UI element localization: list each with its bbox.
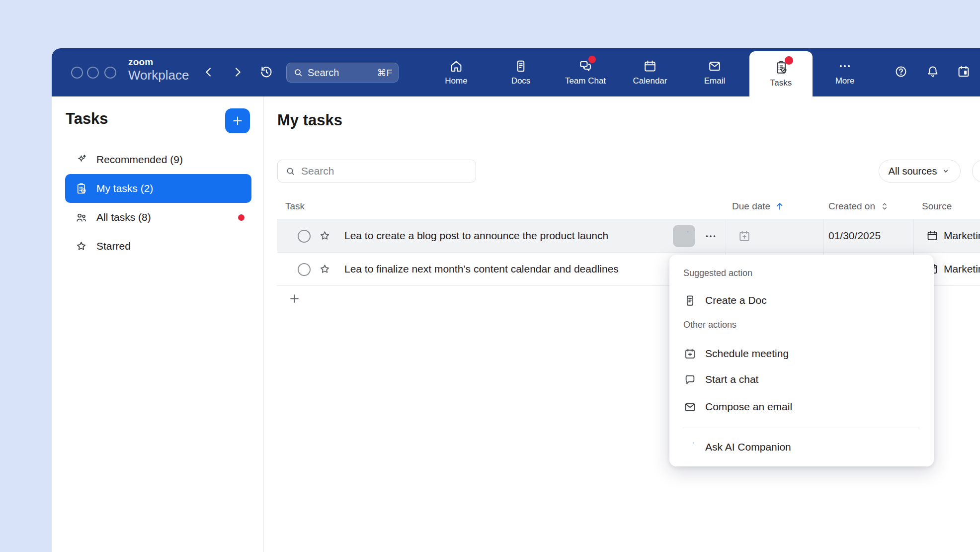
sources-filter-dropdown[interactable]: All sources [879,160,961,183]
notifications-icon[interactable] [925,64,940,79]
menu-divider [683,428,920,428]
sidebar-item-recommended[interactable]: Recommended (9) [65,145,251,174]
search-shortcut: ⌘F [377,67,392,79]
menu-item-create-doc[interactable]: Create a Doc [683,288,920,312]
nav-item-home[interactable]: Home [424,48,489,96]
source-calendar-icon [926,229,939,242]
source-value: Marketing [944,263,980,275]
nav-item-calendar[interactable]: Calendar [618,48,682,96]
sidebar-item-starred[interactable]: Starred [65,232,251,261]
screen: zoom Workplace ⌘F Home Docs [0,0,980,552]
add-due-date-icon[interactable] [737,229,751,243]
sidebar-item-all-tasks[interactable]: All tasks (8) [65,203,251,232]
column-header-source: Source [922,201,952,212]
history-icon[interactable] [258,64,274,80]
forward-icon[interactable] [231,65,245,79]
ai-companion-button[interactable] [673,225,695,247]
star-icon [75,240,88,253]
nav-item-label: More [835,76,855,86]
add-task-button[interactable] [225,108,250,133]
logo-workplace: Workplace [128,68,189,83]
nav-item-label: Calendar [633,76,667,86]
task-actions-menu: Suggested action Create a Doc Other acti… [669,255,934,466]
users-icon [75,211,88,224]
sidebar-item-label: Starred [96,240,131,252]
back-icon[interactable] [202,65,216,79]
doc-icon [683,294,697,307]
add-task-plus-icon[interactable] [288,292,301,305]
menu-item-label: Create a Doc [705,294,767,306]
calendar-icon [643,59,657,74]
menu-item-schedule-meeting[interactable]: Schedule meeting [683,342,920,366]
table-header: Task Due date Created on Source [277,194,980,219]
tasks-badge [785,56,793,65]
app-logo: zoom Workplace [128,57,189,82]
sort-icon[interactable] [879,201,890,212]
window-control-minimize[interactable] [87,67,99,79]
source-value: Marketing [944,230,980,242]
page-title: My tasks [277,111,342,129]
sidebar-item-label: All tasks (8) [96,211,151,223]
star-icon[interactable] [318,229,331,243]
task-title[interactable]: Lea to finalize next month’s content cal… [344,263,619,275]
sidebar-item-label: Recommended (9) [96,154,183,166]
table-row[interactable]: Lea to create a blog post to announce th… [277,219,980,253]
task-complete-radio[interactable] [298,230,311,243]
sparkle-icon [75,153,88,167]
menu-item-ask-ai-companion[interactable]: Ask AI Companion [683,435,920,459]
navbar: zoom Workplace ⌘F Home Docs [52,48,980,96]
star-icon[interactable] [318,263,331,276]
help-icon[interactable] [894,64,908,79]
window-control-close[interactable] [71,67,83,79]
all-tasks-badge [238,214,245,221]
clipboard-check-icon [75,182,88,195]
menu-item-compose-email[interactable]: Compose an email [683,395,920,419]
nav-item-more[interactable]: More [819,48,871,96]
sources-filter-label: All sources [889,166,937,177]
task-title[interactable]: Lea to create a blog post to announce th… [344,230,608,242]
nav-item-tasks-active[interactable]: Tasks [749,51,813,96]
menu-item-label: Ask AI Companion [705,441,791,453]
tasks-search[interactable] [277,160,476,183]
plus-icon [231,114,244,127]
nav-item-team-chat[interactable]: Team Chat [553,48,618,96]
window-control-maximize[interactable] [104,67,116,79]
sidebar-item-my-tasks[interactable]: My tasks (2) [65,174,251,203]
search-icon [285,166,296,177]
home-icon [449,59,464,74]
ai-sparkle-icon [683,441,697,454]
sidebar-title: Tasks [66,110,108,128]
sidebar-list: Recommended (9) My tasks (2) All tasks (… [65,145,251,261]
sidebar: Tasks Recommended (9) My tasks (2) All t… [52,96,264,552]
nav-item-label: Tasks [770,78,792,88]
nav-item-label: Team Chat [565,76,606,86]
sidebar-item-label: My tasks (2) [96,183,153,194]
docs-icon [513,59,528,74]
column-header-due-date[interactable]: Due date [732,201,785,212]
schedule-icon[interactable] [956,64,971,79]
logo-zoom: zoom [128,57,189,68]
global-search-input[interactable] [308,67,373,79]
nav-item-docs[interactable]: Docs [489,48,553,96]
filter-dropdown-partial[interactable] [972,160,980,183]
sort-ascending-icon[interactable] [774,201,785,212]
email-icon [707,59,722,74]
row-more-icon[interactable] [704,229,718,243]
column-header-created-on[interactable]: Created on [828,201,890,212]
menu-item-label: Schedule meeting [705,348,789,360]
chat-bubble-icon [683,373,697,386]
nav-item-label: Docs [511,76,531,86]
nav-item-label: Email [704,76,726,86]
search-icon [293,67,304,78]
task-complete-radio[interactable] [298,263,311,276]
menu-item-start-chat[interactable]: Start a chat [683,368,920,391]
nav-item-email[interactable]: Email [682,48,747,96]
menu-item-label: Start a chat [705,373,758,385]
menu-section-suggested: Suggested action [683,268,752,278]
chevron-down-icon [941,166,951,176]
tasks-search-input[interactable] [301,165,469,177]
created-on-value: 01/30/2025 [828,230,881,242]
calendar-plus-icon [683,347,697,361]
global-search[interactable]: ⌘F [286,63,399,83]
nav-item-label: Home [445,76,467,86]
